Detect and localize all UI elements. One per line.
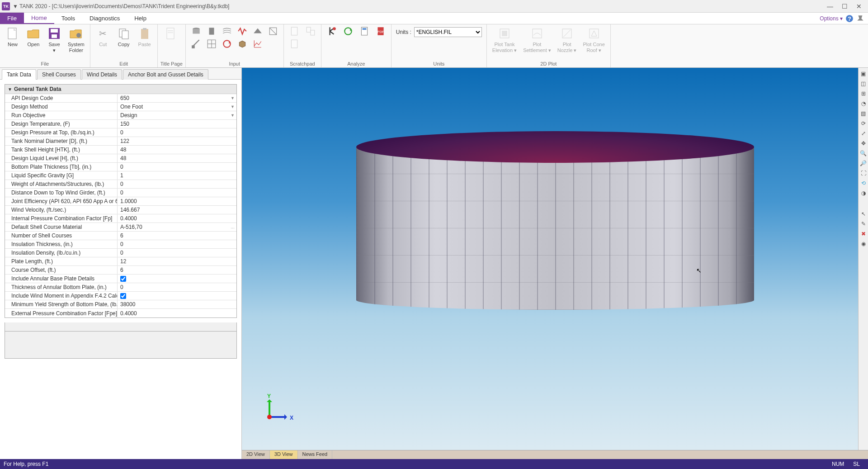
property-row[interactable]: Design MethodOne Foot▼ bbox=[5, 103, 236, 111]
property-row[interactable]: Tank Shell Height [HTK], (ft.)48 bbox=[5, 146, 236, 154]
property-value[interactable]: 1 bbox=[117, 171, 236, 180]
rtool-15[interactable]: ✖ bbox=[859, 230, 868, 238]
copy-button[interactable]: Copy bbox=[114, 25, 134, 48]
tab-anchor-bolt[interactable]: Anchor Bolt and Gusset Details bbox=[123, 69, 208, 80]
property-row[interactable]: Design Temperature, (F)150 bbox=[5, 120, 236, 128]
property-value[interactable]: 1.0000 bbox=[117, 197, 236, 205]
property-value[interactable]: 650▼ bbox=[117, 94, 236, 102]
property-row[interactable]: Tank Nominal Diameter [D], (ft.)122 bbox=[5, 137, 236, 146]
dropdown-icon[interactable]: ▼ bbox=[231, 104, 235, 109]
rtool-16[interactable]: ◉ bbox=[859, 240, 868, 248]
minimize-button[interactable]: — bbox=[823, 1, 837, 11]
property-row[interactable]: Number of Shell Courses6 bbox=[5, 232, 236, 240]
property-row[interactable]: Include Wind Moment in Appendix F.4.2 Ca… bbox=[5, 292, 236, 300]
tab-2d-view[interactable]: 2D View bbox=[242, 450, 270, 459]
property-row[interactable]: Joint Efficiency (API 620, API 650 App A… bbox=[5, 197, 236, 206]
property-value[interactable] bbox=[117, 275, 236, 283]
property-value[interactable]: 0.4000 bbox=[117, 214, 236, 223]
rtool-zoom-in[interactable]: 🔍 bbox=[859, 149, 868, 157]
browse-icon[interactable]: … bbox=[231, 225, 235, 229]
system-folder-button[interactable]: System Folder bbox=[65, 25, 87, 54]
input-btn-2[interactable] bbox=[204, 25, 219, 37]
analyze-btn-2[interactable] bbox=[340, 25, 356, 37]
property-row[interactable]: Insulation Density, (lb./cu.in.)0 bbox=[5, 249, 236, 257]
property-value[interactable]: 48 bbox=[117, 146, 236, 154]
rtool-6[interactable]: ⟳ bbox=[859, 119, 868, 128]
units-select[interactable]: *ENGLISH.FIL bbox=[414, 27, 482, 37]
property-header[interactable]: ▼ General Tank Data bbox=[5, 85, 236, 94]
property-row[interactable]: Wind Velocity, (ft./sec.)146.667 bbox=[5, 206, 236, 214]
input-btn-5[interactable] bbox=[250, 25, 265, 37]
menu-help[interactable]: Help bbox=[127, 13, 154, 24]
viewport-3d[interactable]: Y X ↖ bbox=[242, 68, 868, 450]
rtool-1[interactable]: ▣ bbox=[859, 70, 868, 78]
property-row[interactable]: Insulation Thickness, (in.)0 bbox=[5, 240, 236, 249]
dropdown-icon[interactable]: ▼ bbox=[231, 96, 235, 100]
property-value[interactable]: 38000 bbox=[117, 300, 236, 308]
input-btn-3[interactable] bbox=[219, 25, 235, 37]
property-value[interactable]: 0 bbox=[117, 240, 236, 248]
property-value[interactable]: A-516,70… bbox=[117, 223, 236, 231]
tab-wind-details[interactable]: Wind Details bbox=[82, 69, 122, 80]
rtool-select[interactable]: ↖ bbox=[859, 210, 868, 218]
rtool-zoom-out[interactable]: 🔎 bbox=[859, 159, 868, 167]
menu-file[interactable]: File bbox=[0, 13, 24, 24]
property-value[interactable]: 48 bbox=[117, 154, 236, 162]
tab-tank-data[interactable]: Tank Data bbox=[2, 69, 36, 80]
close-button[interactable]: ✕ bbox=[852, 1, 866, 11]
save-button[interactable]: Save ▾ bbox=[44, 25, 64, 54]
property-value[interactable]: 6 bbox=[117, 266, 236, 274]
input-btn-7[interactable] bbox=[189, 38, 204, 50]
property-value[interactable]: 0.4000 bbox=[117, 309, 236, 317]
property-row[interactable]: Run ObjectiveDesign▼ bbox=[5, 111, 236, 120]
property-row[interactable]: Weight of Attachments/Structures, (lb.)0 bbox=[5, 180, 236, 189]
property-row[interactable]: Distance Down to Top Wind Girder, (ft.)0 bbox=[5, 189, 236, 197]
rtool-8[interactable]: ✥ bbox=[859, 139, 868, 147]
analyze-btn-4[interactable]: PDF bbox=[373, 25, 388, 37]
rtool-14[interactable]: ✎ bbox=[859, 220, 868, 228]
rtool-3[interactable]: ⊞ bbox=[859, 90, 868, 98]
property-row[interactable]: Thickness of Annular Bottom Plate, (in.)… bbox=[5, 283, 236, 292]
property-row[interactable]: Design Liquid Level [H], (ft.)48 bbox=[5, 154, 236, 163]
tab-news-feed[interactable]: News Feed bbox=[298, 450, 333, 459]
input-btn-10[interactable] bbox=[235, 38, 250, 50]
rtool-rotate[interactable]: ⟲ bbox=[859, 179, 868, 187]
property-value[interactable]: 0 bbox=[117, 163, 236, 171]
input-btn-1[interactable] bbox=[189, 25, 204, 37]
tab-shell-courses[interactable]: Shell Courses bbox=[37, 69, 81, 80]
property-value[interactable]: 122 bbox=[117, 137, 236, 145]
help-icon[interactable]: ? bbox=[845, 14, 854, 23]
property-checkbox[interactable] bbox=[120, 276, 126, 282]
rtool-2[interactable]: ◫ bbox=[859, 80, 868, 88]
property-row[interactable]: External Pressure Combination Factor [Fp… bbox=[5, 309, 236, 317]
property-value[interactable]: 0 bbox=[117, 249, 236, 257]
property-value[interactable]: 0 bbox=[117, 283, 236, 291]
rtool-7[interactable]: ⤢ bbox=[859, 129, 868, 137]
options-dropdown[interactable]: Options ▾ bbox=[820, 15, 843, 22]
property-row[interactable]: Internal Pressure Combination Factor [Fp… bbox=[5, 214, 236, 223]
property-value[interactable]: 6 bbox=[117, 232, 236, 240]
menu-diagnostics[interactable]: Diagnostics bbox=[82, 13, 127, 24]
input-btn-4[interactable] bbox=[235, 25, 250, 37]
property-row[interactable]: Minimum Yield Strength of Bottom Plate, … bbox=[5, 300, 236, 309]
menu-tools[interactable]: Tools bbox=[54, 13, 82, 24]
property-row[interactable]: Include Annular Base Plate Details bbox=[5, 275, 236, 283]
new-button[interactable]: New bbox=[3, 25, 23, 48]
pin-icon[interactable] bbox=[856, 14, 864, 23]
property-checkbox[interactable] bbox=[120, 293, 126, 299]
property-value[interactable]: 0 bbox=[117, 180, 236, 188]
property-value[interactable]: 146.667 bbox=[117, 206, 236, 214]
property-row[interactable]: Default Shell Course MaterialA-516,70… bbox=[5, 223, 236, 232]
property-row[interactable]: Design Pressure at Top, (lb./sq.in.)0 bbox=[5, 128, 236, 137]
property-value[interactable]: 150 bbox=[117, 120, 236, 128]
input-btn-9[interactable] bbox=[219, 38, 235, 50]
property-row[interactable]: Liquid Specific Gravity [G]1 bbox=[5, 171, 236, 180]
menu-home[interactable]: Home bbox=[24, 13, 54, 24]
rtool-12[interactable]: ◑ bbox=[859, 189, 868, 197]
property-row[interactable]: Plate Length, (ft.)12 bbox=[5, 257, 236, 266]
property-value[interactable]: 12 bbox=[117, 257, 236, 265]
property-value[interactable]: 0 bbox=[117, 128, 236, 137]
open-button[interactable]: Open bbox=[24, 25, 43, 48]
analyze-btn-1[interactable] bbox=[324, 25, 340, 37]
rtool-4[interactable]: ◔ bbox=[859, 99, 868, 108]
